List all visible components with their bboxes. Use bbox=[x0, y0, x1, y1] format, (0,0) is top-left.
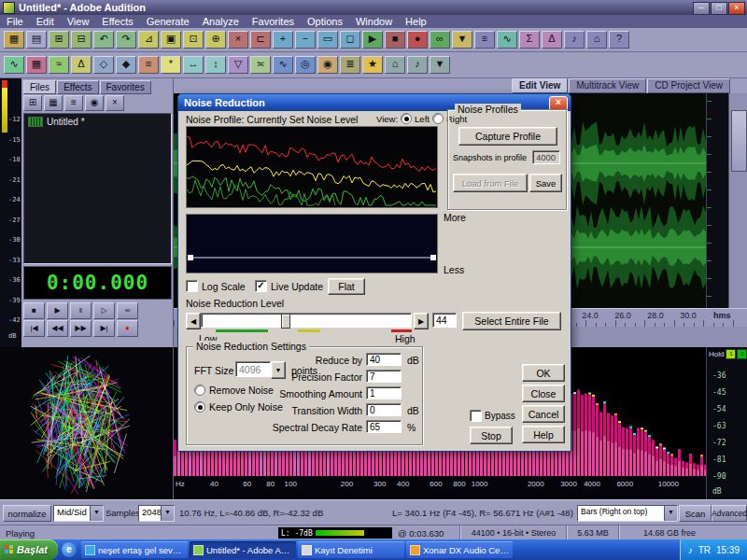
menu-options[interactable]: Options bbox=[301, 16, 349, 27]
options-icon[interactable]: ▼ bbox=[430, 56, 450, 74]
zoom-selection-icon[interactable]: ▭ bbox=[317, 31, 338, 49]
import-file-icon[interactable]: ⊞ bbox=[23, 95, 42, 111]
record-icon[interactable]: ● bbox=[407, 31, 428, 49]
level-slider-track[interactable] bbox=[201, 313, 412, 328]
transport-play-from-cursor-button[interactable]: ▷ bbox=[93, 302, 115, 319]
transport-pause-button[interactable]: ‖ bbox=[70, 302, 92, 319]
play-icon[interactable]: ▶ bbox=[362, 31, 383, 49]
tab-effects[interactable]: Effects bbox=[57, 80, 98, 94]
loop-icon[interactable]: ∞ bbox=[430, 31, 450, 49]
noise-reduction-icon[interactable]: * bbox=[161, 56, 181, 74]
level-slider-thumb[interactable] bbox=[281, 314, 290, 329]
normalize-button[interactable]: normalize bbox=[3, 505, 51, 522]
tab-cd-project-view[interactable]: CD Project View bbox=[647, 78, 730, 93]
taskbar-item[interactable]: Kayıt Denetimi bbox=[298, 541, 404, 558]
redo-icon[interactable]: ↷ bbox=[116, 31, 136, 49]
zoom-out-icon[interactable]: − bbox=[295, 31, 316, 49]
file-list-item[interactable]: Untitled * bbox=[24, 114, 171, 130]
menu-generate[interactable]: Generate bbox=[140, 16, 196, 27]
file-list[interactable]: Untitled * bbox=[23, 113, 172, 264]
volume-icon[interactable]: ♪ bbox=[688, 545, 693, 555]
close-button[interactable]: × bbox=[728, 2, 745, 15]
help-icon[interactable]: ? bbox=[609, 31, 629, 49]
insert-cd-icon[interactable]: ◉ bbox=[85, 95, 104, 111]
view-right-radio[interactable] bbox=[432, 113, 444, 124]
tab-files[interactable]: Files bbox=[23, 80, 56, 94]
advanced-button[interactable]: Advanced bbox=[712, 505, 747, 522]
favorites-icon[interactable]: ★ bbox=[362, 56, 383, 74]
delete-selection-icon[interactable]: × bbox=[228, 31, 248, 49]
copy-icon[interactable]: ▣ bbox=[161, 31, 181, 49]
minimize-button[interactable]: – bbox=[693, 2, 710, 15]
ok-button[interactable]: OK bbox=[522, 364, 565, 382]
app-titlebar[interactable]: Untitled* - Adobe Audition – □ × bbox=[0, 0, 747, 15]
pitch-icon[interactable]: ↕ bbox=[205, 56, 226, 74]
transport-play-looped-button[interactable]: ∞ bbox=[117, 302, 138, 319]
menu-window[interactable]: Window bbox=[349, 16, 399, 27]
taskbar-item[interactable]: Xonar DX Audio Center bbox=[406, 541, 513, 558]
tab-edit-view[interactable]: Edit View bbox=[512, 78, 568, 93]
filter-icon[interactable]: ▽ bbox=[228, 56, 248, 74]
analyze-icon[interactable]: Δ bbox=[542, 31, 562, 49]
slider-right-arrow[interactable]: ▶ bbox=[414, 313, 429, 329]
dialog-close-action-button[interactable]: Close bbox=[522, 385, 565, 402]
console-icon[interactable]: ⌂ bbox=[385, 56, 405, 74]
internet-explorer-icon[interactable]: e bbox=[62, 542, 77, 557]
phase-mode-dropdown[interactable]: Mid/Sid▼ bbox=[53, 505, 104, 522]
transport-rewind-button[interactable]: ◀◀ bbox=[47, 320, 68, 337]
live-update-checkbox[interactable]: ✓ bbox=[255, 280, 267, 292]
menu-file[interactable]: File bbox=[0, 16, 30, 27]
samples-dropdown[interactable]: 2048▼ bbox=[138, 505, 175, 522]
vertical-scrollbar-thumb[interactable] bbox=[731, 110, 747, 172]
menu-edit[interactable]: Edit bbox=[30, 16, 61, 27]
stop-button[interactable]: Stop bbox=[470, 427, 513, 444]
cancel-button[interactable]: Cancel bbox=[522, 405, 565, 423]
menu-view[interactable]: View bbox=[61, 16, 96, 27]
mixer-icon[interactable]: ≡ bbox=[474, 31, 495, 49]
trim-icon[interactable]: ⊏ bbox=[250, 31, 271, 49]
transport-stop-button[interactable]: ■ bbox=[23, 302, 45, 319]
scan-button[interactable]: Scan bbox=[679, 505, 712, 522]
display-mode-dropdown[interactable]: Bars (Right on top)▼ bbox=[577, 505, 678, 522]
mix-paste-icon[interactable]: ⊕ bbox=[205, 31, 226, 49]
import-file-icon[interactable]: ⊞ bbox=[49, 31, 69, 49]
settings-icon[interactable]: ⌂ bbox=[586, 31, 607, 49]
eq-icon[interactable]: ≡ bbox=[138, 56, 159, 74]
settings-field-input[interactable]: 0 bbox=[366, 403, 402, 416]
select-entire-file-button[interactable]: Select Entire File bbox=[462, 312, 561, 330]
capture-profile-button[interactable]: Capture Profile bbox=[458, 127, 557, 146]
show-waveform-icon[interactable]: ∿ bbox=[4, 56, 24, 74]
insert-multitrack-icon[interactable]: ≡ bbox=[64, 95, 83, 111]
log-scale-checkbox[interactable] bbox=[186, 280, 198, 292]
effects-rack-icon[interactable]: ≈ bbox=[49, 56, 69, 74]
menu-analyze[interactable]: Analyze bbox=[196, 16, 246, 27]
phase-display[interactable] bbox=[2, 349, 157, 502]
save-profile-button[interactable]: Save bbox=[529, 174, 562, 192]
slider-left-arrow[interactable]: ◀ bbox=[186, 313, 201, 329]
zoom-full-icon[interactable]: ◻ bbox=[340, 31, 360, 49]
batch-icon[interactable]: ≣ bbox=[340, 56, 360, 74]
start-button[interactable]: Başlat bbox=[0, 539, 58, 560]
vertical-scrollbar[interactable] bbox=[728, 93, 747, 308]
flat-button[interactable]: Flat bbox=[328, 278, 365, 295]
maximize-button[interactable]: □ bbox=[711, 2, 727, 15]
tab-multitrack-view[interactable]: Multitrack View bbox=[569, 78, 646, 93]
device-properties-icon[interactable]: ♪ bbox=[407, 56, 428, 74]
tab-favorites[interactable]: Favorites bbox=[100, 80, 151, 94]
chevron-down-icon[interactable]: ▼ bbox=[161, 506, 174, 521]
convert-sample-type-icon[interactable]: ∿ bbox=[497, 31, 517, 49]
reduction-envelope-graph[interactable] bbox=[186, 214, 438, 273]
stretch-icon[interactable]: ↔ bbox=[183, 56, 204, 74]
open-file-icon[interactable]: ▦ bbox=[44, 95, 63, 111]
analyze-phase-icon[interactable]: ◎ bbox=[295, 56, 316, 74]
effects-icon[interactable]: Σ bbox=[519, 31, 540, 49]
level-value-field[interactable]: 44 bbox=[432, 313, 457, 328]
undo-icon[interactable]: ↶ bbox=[93, 31, 114, 49]
level-meter[interactable]: -12-15-18-21-24-27-30-33-36-39-42dB bbox=[0, 78, 22, 347]
transport-fast-forward-button[interactable]: ▶▶ bbox=[70, 320, 92, 337]
hold-button-1[interactable]: 1 bbox=[726, 349, 736, 359]
view-left-radio[interactable] bbox=[401, 113, 412, 124]
chevron-down-icon[interactable]: ▼ bbox=[90, 506, 103, 521]
language-indicator[interactable]: TR bbox=[698, 545, 711, 555]
chevron-down-icon[interactable]: ▼ bbox=[664, 506, 677, 521]
